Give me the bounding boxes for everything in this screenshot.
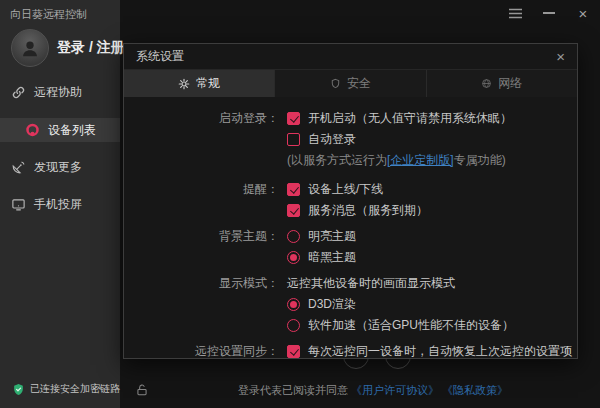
person-icon xyxy=(19,37,41,59)
tab-security[interactable]: 安全 xyxy=(274,70,425,97)
option-software-accel[interactable]: 软件加速（适合GPU性能不佳的设备） xyxy=(287,315,514,336)
checkbox-autologin[interactable] xyxy=(287,133,300,146)
section-reminders: 提醒： 设备上线/下线 服务消息（服务到期） xyxy=(124,179,577,221)
close-window-button[interactable]: × xyxy=(566,0,600,26)
globe-icon xyxy=(481,78,492,89)
sidebar: 向日葵远程控制 登录 / 注册 远程协助 xyxy=(0,0,120,408)
sidebar-item-label: 手机投屏 xyxy=(34,196,82,213)
sidebar-item-label: 发现更多 xyxy=(34,159,82,176)
agreement-line: 登录代表已阅读并同意 《用户许可协议》 《隐私政策》 xyxy=(120,383,600,398)
menu-button[interactable] xyxy=(498,0,532,26)
gear-icon xyxy=(178,78,190,90)
tab-label: 网络 xyxy=(498,75,522,92)
option-label: 明亮主题 xyxy=(308,228,356,245)
sidebar-item-label: 远程协助 xyxy=(34,84,82,101)
sidebar-item-phone-cast[interactable]: 手机投屏 xyxy=(0,192,120,216)
login-register-button[interactable]: 登录 / 注册 xyxy=(11,29,125,67)
option-device-online[interactable]: 设备上线/下线 xyxy=(287,179,428,200)
sidebar-item-label: 设备列表 xyxy=(48,122,96,139)
section-label: 提醒： xyxy=(124,179,279,221)
checkbox-service-message[interactable] xyxy=(287,204,300,217)
section-display-mode: 显示模式： 远控其他设备时的画面显示模式 D3D渲染 软件加速（适合GPU性能不… xyxy=(124,273,577,336)
section-remote-sync: 远控设置同步： 每次远控同一设备时，自动恢复上次远控的设置项 xyxy=(124,341,577,362)
app-window: 登录代表已阅读并同意 《用户许可协议》 《隐私政策》 向日葵远程控制 登录 / … xyxy=(0,0,600,408)
option-label: 暗黑主题 xyxy=(308,249,356,266)
radar-icon xyxy=(11,160,26,175)
option-label: 服务消息（服务到期） xyxy=(308,202,428,219)
tab-label: 安全 xyxy=(347,75,371,92)
option-dark-theme[interactable]: 暗黑主题 xyxy=(287,247,356,268)
section-label: 远控设置同步： xyxy=(124,341,279,362)
sidebar-item-discover[interactable]: 发现更多 xyxy=(0,155,120,179)
close-icon: × xyxy=(579,6,588,21)
option-service-message[interactable]: 服务消息（服务到期） xyxy=(287,200,428,221)
sunlogin-icon xyxy=(25,123,40,138)
note-suffix: 专属功能) xyxy=(454,152,506,169)
option-d3d-render[interactable]: D3D渲染 xyxy=(287,294,514,315)
option-label: D3D渲染 xyxy=(308,296,356,313)
radio-light-theme[interactable] xyxy=(287,230,300,243)
shield-icon xyxy=(330,78,341,89)
agreement-text: 登录代表已阅读并同意 xyxy=(238,384,348,396)
radio-d3d-render[interactable] xyxy=(287,298,300,311)
section-theme: 背景主题： 明亮主题 暗黑主题 xyxy=(124,226,577,268)
secure-status: 已连接安全加密链路 xyxy=(12,382,120,396)
secure-status-label: 已连接安全加密链路 xyxy=(30,382,120,396)
service-mode-note: (以服务方式运行为[企业定制版]专属功能) xyxy=(287,150,512,171)
checkbox-autostart[interactable] xyxy=(287,112,300,125)
tab-general[interactable]: 常规 xyxy=(124,70,274,97)
shield-check-icon xyxy=(12,383,25,396)
avatar-icon xyxy=(11,29,49,67)
privacy-policy-link[interactable]: 《隐私政策》 xyxy=(442,384,508,396)
dialog-close-button[interactable]: × xyxy=(556,49,565,64)
minimize-button[interactable] xyxy=(532,0,566,26)
option-label: 每次远控同一设备时，自动恢复上次远控的设置项 xyxy=(308,343,572,360)
option-label: 自动登录 xyxy=(308,131,356,148)
link-icon xyxy=(11,85,26,100)
license-agreement-link[interactable]: 《用户许可协议》 xyxy=(351,384,439,396)
checkbox-restore-settings[interactable] xyxy=(287,345,300,358)
option-autostart[interactable]: 开机启动（无人值守请禁用系统休眠） xyxy=(287,108,512,129)
dialog-title: 系统设置 xyxy=(136,48,184,65)
option-label: 设备上线/下线 xyxy=(308,181,383,198)
section-label: 启动登录： xyxy=(124,108,279,171)
option-label: 开机启动（无人值守请禁用系统休眠） xyxy=(308,110,512,127)
option-restore-settings[interactable]: 每次远控同一设备时，自动恢复上次远控的设置项 xyxy=(287,341,572,362)
screen-cast-icon xyxy=(11,197,26,212)
option-autologin[interactable]: 自动登录 xyxy=(287,129,512,150)
sidebar-item-device-list[interactable]: 设备列表 xyxy=(0,118,120,142)
option-label: 软件加速（适合GPU性能不佳的设备） xyxy=(308,317,514,334)
section-startup-login: 启动登录： 开机启动（无人值守请禁用系统休眠） 自动登录 (以服务方式运行为[企… xyxy=(124,108,577,171)
system-settings-dialog: 系统设置 × 常规 安全 xyxy=(123,43,578,359)
option-light-theme[interactable]: 明亮主题 xyxy=(287,226,356,247)
dialog-header: 系统设置 × xyxy=(124,44,577,70)
note-prefix: (以服务方式运行为 xyxy=(287,152,387,169)
window-controls: × xyxy=(498,0,600,26)
section-label: 背景主题： xyxy=(124,226,279,268)
window-title: 向日葵远程控制 xyxy=(10,7,87,22)
radio-dark-theme[interactable] xyxy=(287,251,300,264)
settings-tabs: 常规 安全 网络 xyxy=(124,70,577,97)
display-mode-description: 远控其他设备时的画面显示模式 xyxy=(287,273,514,294)
section-label: 显示模式： xyxy=(124,273,279,336)
sidebar-item-remote-assist[interactable]: 远程协助 xyxy=(0,80,120,104)
radio-software-accel[interactable] xyxy=(287,319,300,332)
login-register-label: 登录 / 注册 xyxy=(57,39,125,57)
checkbox-device-online[interactable] xyxy=(287,183,300,196)
minimize-icon xyxy=(543,12,555,14)
tab-network[interactable]: 网络 xyxy=(426,70,577,97)
settings-body: 启动登录： 开机启动（无人值守请禁用系统休眠） 自动登录 (以服务方式运行为[企… xyxy=(124,97,577,362)
hamburger-icon xyxy=(509,8,522,19)
enterprise-edition-link[interactable]: [企业定制版] xyxy=(387,152,454,169)
tab-label: 常规 xyxy=(196,75,220,92)
